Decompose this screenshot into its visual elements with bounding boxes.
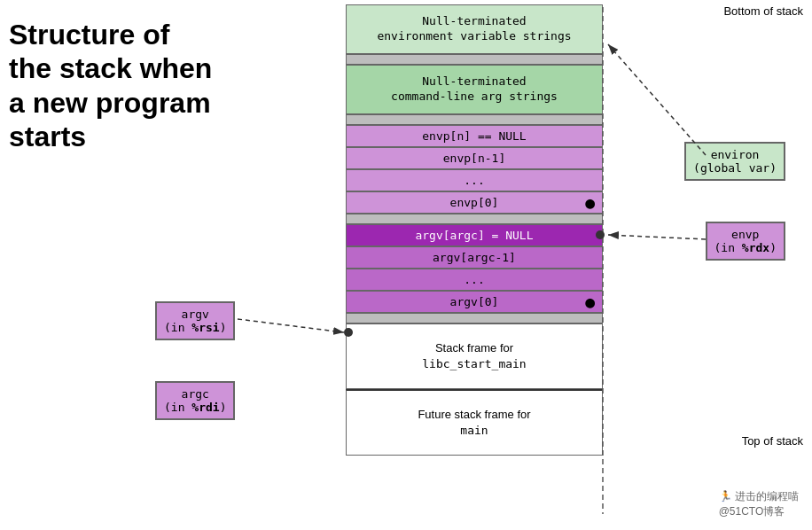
- argv-sub: (in %rsi): [164, 321, 226, 334]
- bottom-of-stack-label: Bottom of stack: [723, 4, 803, 18]
- envp-n1-row: envp[n-1]: [346, 147, 603, 169]
- top-stack-text: Top of stack: [742, 434, 803, 448]
- watermark-text1: 进击的编程喵: [735, 490, 799, 503]
- separator-3: [346, 214, 603, 224]
- argv-argc1-row: argv[argc-1]: [346, 246, 603, 269]
- watermark-text2: @51CTO博客: [719, 505, 785, 518]
- argv-label: argv: [182, 308, 209, 321]
- envp-null-row: envp[n] == NULL: [346, 125, 603, 147]
- envp-label: envp: [731, 228, 759, 241]
- env-strings-row: Null-terminatedenvironment variable stri…: [346, 4, 603, 54]
- argv-0-row: argv[0] ●: [346, 291, 603, 313]
- environ-to-env-strings-arrow: [608, 44, 706, 155]
- libc-frame-row: Stack frame forlibc_start_main: [346, 323, 603, 389]
- environ-label: environ: [711, 148, 760, 161]
- title-line4: starts: [9, 121, 86, 152]
- main-frame-row: Future stack frame formain: [346, 389, 603, 456]
- bottom-stack-text: Bottom of stack: [723, 4, 803, 18]
- argv-null-row: argv[argc] = NULL: [346, 224, 603, 246]
- argv-reg: %rsi: [191, 321, 219, 334]
- separator-1: [346, 54, 603, 65]
- separator-4: [346, 313, 603, 323]
- envp-0-row: envp[0] ●: [346, 191, 603, 214]
- title-line3: a new program: [9, 87, 211, 119]
- envp-reg: %rdx: [742, 241, 769, 254]
- cmd-strings-row: Null-terminatedcommand-line arg strings: [346, 65, 603, 114]
- stack-diagram: Null-terminatedenvironment variable stri…: [346, 4, 603, 456]
- envp-box: envp (in %rdx): [706, 222, 785, 261]
- argv-to-argv0-arrow: [238, 319, 344, 332]
- argv-box: argv (in %rsi): [155, 301, 235, 340]
- environ-sub: (global var): [693, 161, 777, 175]
- argv-dots-row: ...: [346, 269, 603, 291]
- envp-sub: (in %rdx): [714, 241, 777, 254]
- main-container: Structure of the stack when a new progra…: [0, 0, 812, 530]
- title-text: Structure of the stack when a new progra…: [9, 18, 213, 154]
- envp-to-envp0-arrow: [608, 235, 706, 239]
- envp-dots-row: ...: [346, 169, 603, 191]
- argc-box: argc (in %rdi): [155, 381, 235, 420]
- argc-sub: (in %rdi): [164, 401, 226, 414]
- separator-2: [346, 114, 603, 125]
- watermark: 🏃 进击的编程喵 @51CTO博客: [719, 489, 799, 519]
- title-section: Structure of the stack when a new progra…: [9, 18, 213, 154]
- argc-reg: %rdi: [191, 401, 219, 414]
- watermark-icon: 🏃: [719, 490, 732, 503]
- title-line1: Structure of: [9, 19, 169, 51]
- environ-box: environ (global var): [684, 142, 785, 181]
- title-line2: the stack when: [9, 52, 212, 84]
- argc-label: argc: [182, 387, 209, 401]
- top-of-stack-label: Top of stack: [742, 434, 803, 448]
